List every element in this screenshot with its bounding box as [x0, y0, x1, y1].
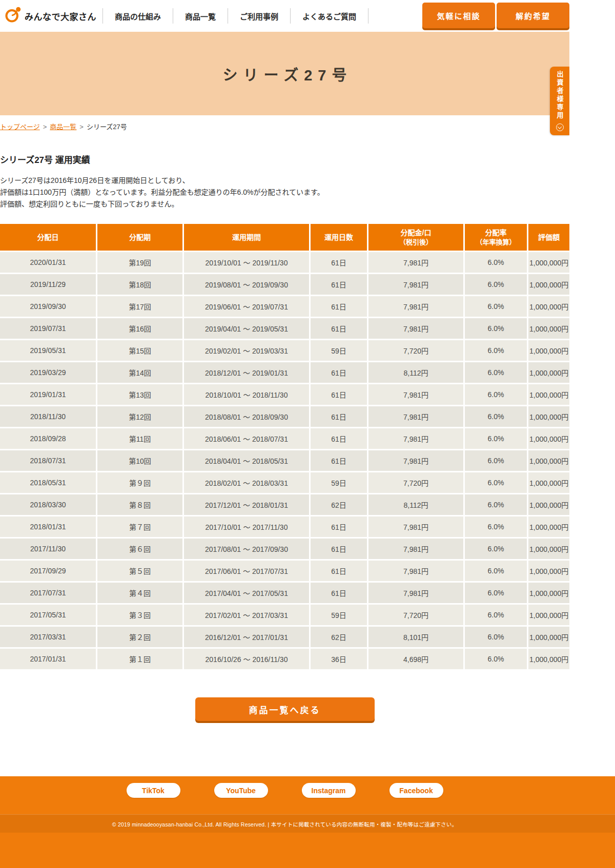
table-cell: 2020/01/31 [0, 252, 96, 273]
social-facebook-button[interactable]: Facebook [389, 783, 443, 798]
table-cell: 6.0% [465, 539, 527, 559]
table-cell: 1,000,000円 [528, 428, 569, 449]
table-cell: 第16回 [97, 318, 182, 339]
table-row: 2019/01/31第13回2018/10/01 ～ 2018/11/3061日… [0, 384, 569, 405]
table-row: 2018/01/31第７回2017/10/01 ～ 2017/11/3061日7… [0, 516, 569, 537]
table-cell: 7,981円 [368, 561, 463, 581]
table-row: 2020/01/31第19回2019/10/01 ～ 2019/11/3061日… [0, 252, 569, 273]
main-nav: 商品の仕組み商品一覧ご利用事例よくあるご質問 [102, 0, 368, 32]
table-row: 2017/03/31第２回2016/12/01 ～ 2017/01/3162日8… [0, 627, 569, 647]
table-cell: 2017/06/01 ～ 2017/07/31 [184, 561, 309, 581]
table-cell: 6.0% [465, 318, 527, 339]
table-cell: 6.0% [465, 296, 527, 317]
footer-filler [0, 833, 615, 868]
back-to-product-list-button[interactable]: 商品一覧へ戻る [195, 697, 375, 721]
investor-only-tab[interactable]: 出資者様専用 [550, 67, 569, 135]
column-header: 分配金/口（税引後） [368, 224, 463, 251]
table-cell: 2019/06/01 ～ 2019/07/31 [184, 296, 309, 317]
table-cell: 7,720円 [368, 472, 463, 493]
table-row: 2018/03/30第８回2017/12/01 ～ 2018/01/3162日8… [0, 494, 569, 515]
table-cell: 2017/01/31 [0, 649, 96, 669]
table-cell: 2019/01/31 [0, 384, 96, 405]
table-cell: 2017/10/01 ～ 2017/11/30 [184, 516, 309, 537]
table-cell: 6.0% [465, 516, 527, 537]
top-navigation-bar: みんなで大家さん 商品の仕組み商品一覧ご利用事例よくあるご質問 気軽に相談 解約… [0, 0, 615, 32]
social-links-row: TikTokYouTubeInstagramFacebook [0, 783, 569, 798]
table-cell: 8,112円 [368, 494, 463, 515]
nav-item-3[interactable]: ご利用事例 [228, 8, 290, 24]
table-cell: 第13回 [97, 384, 182, 405]
table-cell: 2018/08/01 ～ 2018/09/30 [184, 406, 309, 427]
table-cell: 2018/07/31 [0, 450, 96, 471]
footer: TikTokYouTubeInstagramFacebook © 2019 mi… [0, 776, 615, 868]
table-cell: 1,000,000円 [528, 472, 569, 493]
column-header: 分配率（年率換算） [465, 224, 527, 251]
column-header: 運用日数 [311, 224, 367, 251]
table-cell: 1,000,000円 [528, 318, 569, 339]
table-cell: 第３回 [97, 605, 182, 625]
table-row: 2018/11/30第12回2018/08/01 ～ 2018/09/3061日… [0, 406, 569, 427]
table-cell: 1,000,000円 [528, 561, 569, 581]
table-cell: 61日 [311, 583, 367, 603]
table-cell: 61日 [311, 274, 367, 295]
table-cell: 2018/12/01 ～ 2019/01/31 [184, 362, 309, 383]
table-row: 2017/01/31第１回2016/10/26 ～ 2016/11/3036日4… [0, 649, 569, 669]
chevron-down-icon [556, 123, 564, 131]
table-cell: 6.0% [465, 406, 527, 427]
table-cell: 61日 [311, 252, 367, 273]
social-tiktok-button[interactable]: TikTok [127, 783, 180, 798]
breadcrumb-link-2[interactable]: 商品一覧 [50, 123, 76, 131]
breadcrumb-link-1[interactable]: トップページ [0, 123, 40, 131]
nav-item-4[interactable]: よくあるご質問 [290, 8, 368, 24]
table-cell: 第18回 [97, 274, 182, 295]
table-cell: 第12回 [97, 406, 182, 427]
table-row: 2019/03/29第14回2018/12/01 ～ 2019/01/3161日… [0, 362, 569, 383]
breadcrumb-current: シリーズ27号 [87, 123, 127, 131]
table-cell: 2017/08/01 ～ 2017/09/30 [184, 539, 309, 559]
table-cell: 6.0% [465, 494, 527, 515]
table-cell: 62日 [311, 494, 367, 515]
table-row: 2019/05/31第15回2019/02/01 ～ 2019/03/3159日… [0, 340, 569, 361]
table-cell: 7,981円 [368, 583, 463, 603]
table-cell: 2018/04/01 ～ 2018/05/31 [184, 450, 309, 471]
table-cell: 6.0% [465, 561, 527, 581]
copyright-bar: © 2019 minnadeooyasan-hanbai Co.,Ltd. Al… [0, 814, 615, 833]
table-cell: 第８回 [97, 494, 182, 515]
page: みんなで大家さん 商品の仕組み商品一覧ご利用事例よくあるご質問 気軽に相談 解約… [0, 0, 615, 868]
table-cell: 第19回 [97, 252, 182, 273]
table-cell: 第１回 [97, 649, 182, 669]
table-cell: 7,981円 [368, 406, 463, 427]
social-instagram-button[interactable]: Instagram [302, 783, 356, 798]
table-cell: 1,000,000円 [528, 340, 569, 361]
consult-button[interactable]: 気軽に相談 [422, 3, 495, 28]
table-cell: 61日 [311, 539, 367, 559]
table-cell: 2018/02/01 ～ 2018/03/31 [184, 472, 309, 493]
nav-item-2[interactable]: 商品一覧 [173, 8, 228, 24]
table-row: 2017/07/31第４回2017/04/01 ～ 2017/05/3161日7… [0, 583, 569, 603]
table-cell: 1,000,000円 [528, 252, 569, 273]
table-row: 2019/07/31第16回2019/04/01 ～ 2019/05/3161日… [0, 318, 569, 339]
table-cell: 6.0% [465, 252, 527, 273]
table-cell: 61日 [311, 450, 367, 471]
table-cell: 2019/09/30 [0, 296, 96, 317]
site-logo[interactable]: みんなで大家さん [0, 6, 102, 26]
table-cell: 8,101円 [368, 627, 463, 647]
table-row: 2018/07/31第10回2018/04/01 ～ 2018/05/3161日… [0, 450, 569, 471]
table-cell: 1,000,000円 [528, 296, 569, 317]
table-cell: 61日 [311, 428, 367, 449]
table-row: 2019/09/30第17回2019/06/01 ～ 2019/07/3161日… [0, 296, 569, 317]
table-header-row: 分配日分配期運用期間運用日数分配金/口（税引後）分配率（年率換算）評価額 [0, 224, 569, 251]
table-cell: 1,000,000円 [528, 450, 569, 471]
table-cell: 6.0% [465, 649, 527, 669]
table-cell: 2017/12/01 ～ 2018/01/31 [184, 494, 309, 515]
section-title: シリーズ27号 運用実績 [0, 153, 569, 166]
table-cell: 第６回 [97, 539, 182, 559]
social-youtube-button[interactable]: YouTube [214, 783, 268, 798]
nav-item-1[interactable]: 商品の仕組み [102, 8, 173, 24]
table-cell: 2019/10/01 ～ 2019/11/30 [184, 252, 309, 273]
table-cell: 2017/05/31 [0, 605, 96, 625]
table-cell: 61日 [311, 296, 367, 317]
table-row: 2017/11/30第６回2017/08/01 ～ 2017/09/3061日7… [0, 539, 569, 559]
table-cell: 59日 [311, 340, 367, 361]
cancel-request-button[interactable]: 解約希望 [497, 3, 569, 28]
